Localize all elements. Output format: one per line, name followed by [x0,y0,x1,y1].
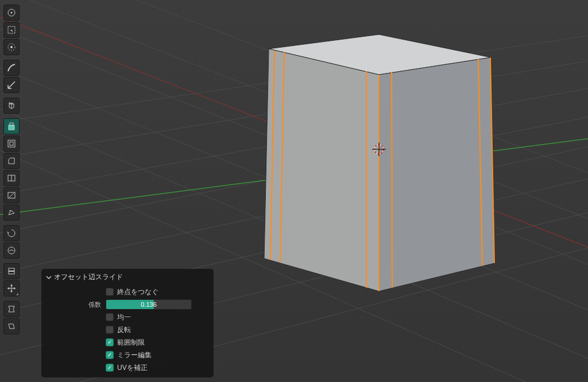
smooth-tool[interactable] [3,242,20,258]
cube-face-front [264,49,379,291]
checkbox[interactable] [106,326,114,334]
extrude-region-tool[interactable] [3,118,20,134]
panel-row-3: 反転 [46,325,209,335]
checkbox[interactable] [106,351,114,359]
svg-point-29 [11,12,13,14]
poly-build-tool[interactable] [3,204,20,221]
chevron-down-icon [46,275,52,280]
factor-slider[interactable]: 0.136 [106,299,192,310]
bevel-tool[interactable] [3,153,20,169]
inset-faces-tool[interactable] [3,136,20,152]
checkbox-label: 反転 [117,325,131,335]
cube-face-side [379,57,495,291]
knife-tool[interactable] [3,187,20,203]
checkbox[interactable] [106,288,114,296]
svg-text:+: + [8,101,11,106]
svg-line-41 [9,193,14,198]
svg-rect-34 [9,125,14,130]
panel-row-1: 係数0.136 [46,299,209,310]
panel-row-0: 終点をつなぐ [46,287,209,297]
edge-slide-tool[interactable] [3,263,20,279]
checkbox-label: 終点をつなぐ [117,287,158,297]
panel-row-4: 範囲制限 [46,337,209,348]
panel-row-6: UVを補正 [46,362,209,373]
select-box-tool[interactable] [3,22,20,38]
checkbox[interactable] [106,338,114,346]
svg-point-42 [9,210,10,211]
checkbox-label: UVを補正 [117,363,148,373]
svg-point-43 [8,247,15,254]
svg-rect-35 [10,123,13,125]
svg-line-21 [392,72,392,288]
panel-row-label: 係数 [46,300,101,309]
operator-panel[interactable]: オフセット辺スライド 終点をつなぐ係数0.136均一反転範囲制限ミラー編集UVを… [41,269,214,377]
select-circle-tool[interactable] [3,39,20,55]
tool-toolbar: + [3,5,20,337]
shrink-fatten-tool[interactable] [3,301,20,317]
checkbox-label: 範囲制限 [117,338,145,348]
cursor-tool[interactable] [3,5,20,21]
spin-tool[interactable] [3,225,20,241]
svg-rect-37 [10,142,13,145]
checkbox-label: ミラー編集 [117,350,152,360]
checkbox-label: 均一 [117,312,131,322]
panel-row-2: 均一 [46,312,209,322]
factor-value: 0.136 [106,300,191,309]
shear-tool[interactable] [3,318,20,334]
add-cube-tool[interactable]: + [3,98,20,114]
panel-row-5: ミラー編集 [46,350,209,360]
panel-title: オフセット辺スライド [54,272,123,282]
checkbox[interactable] [106,364,114,372]
annotate-tool[interactable] [3,60,20,76]
measure-tool[interactable] [3,77,20,93]
loop-cut-tool[interactable] [3,170,20,186]
svg-point-32 [10,46,13,48]
transform-tool[interactable] [3,280,20,296]
svg-rect-36 [8,140,15,147]
checkbox[interactable] [106,313,114,321]
panel-header[interactable]: オフセット辺スライド [46,272,209,284]
